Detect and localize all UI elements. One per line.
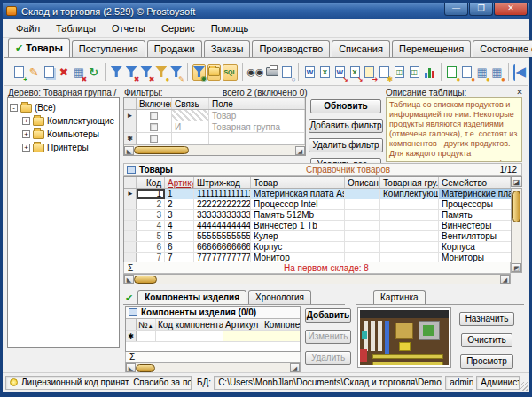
- chart-icon[interactable]: [423, 64, 436, 81]
- filter-link-cell[interactable]: [172, 133, 209, 144]
- expand-box-icon[interactable]: +: [22, 117, 30, 125]
- col-gruppa[interactable]: Товарная гру... ▲: [380, 177, 439, 188]
- filter-field-cell[interactable]: Товарная группа: [209, 121, 305, 132]
- edit-component-button[interactable]: Изменить: [305, 330, 351, 344]
- menu-file[interactable]: Файл: [8, 21, 48, 35]
- table-row[interactable]: 4 4 4444444444444 Винчестер 1 Tb Винчест…: [124, 221, 511, 231]
- tab-khronologiya[interactable]: Хронология: [248, 290, 311, 304]
- filter-col-field[interactable]: Поле: [209, 98, 305, 109]
- scroll-left-icon[interactable]: ◣: [126, 363, 136, 372]
- filter-quick-icon[interactable]: ●: [154, 64, 168, 81]
- expand-box-icon[interactable]: +: [22, 130, 30, 138]
- col-barcode[interactable]: Штрих-код: [194, 177, 251, 188]
- filter-link-cell[interactable]: И: [172, 121, 209, 132]
- components-new-row[interactable]: ✱: [126, 331, 300, 342]
- search-icon[interactable]: ◉◉: [247, 64, 264, 81]
- table-row[interactable]: 6 6 6666666666666 Корпус Корпуса: [124, 242, 511, 253]
- filter-view-toggle-icon[interactable]: ◉: [192, 64, 206, 81]
- print-preview-icon[interactable]: ○: [280, 64, 293, 81]
- column-picker-icon[interactable]: ◪: [511, 176, 522, 187]
- refresh-icon[interactable]: ↻: [87, 64, 100, 81]
- collapse-panel-icon[interactable]: ◀: [513, 64, 527, 81]
- col-num[interactable]: №▲: [137, 319, 156, 330]
- expand-box-icon[interactable]: +: [22, 144, 30, 152]
- export-template-icon[interactable]: ✱: [378, 64, 391, 81]
- filter-row[interactable]: ► Товар: [124, 110, 305, 121]
- tab-spisaniya[interactable]: Списания: [332, 40, 390, 57]
- export-excel-icon[interactable]: X: [318, 64, 332, 81]
- tab-proizvodstvo[interactable]: Производство: [252, 40, 330, 57]
- tab-zakazy[interactable]: Заказы: [204, 40, 251, 57]
- table-row[interactable]: 5 5 5555555555555 Кулер Вентиляторы: [124, 231, 511, 242]
- edit-record-icon[interactable]: ✎: [27, 64, 41, 81]
- description-close-icon[interactable]: ✕: [515, 88, 524, 97]
- close-button[interactable]: ✕: [494, 3, 528, 16]
- col-artikul[interactable]: Артикул: [223, 319, 262, 330]
- tab-komponenty-izdeliya[interactable]: Компоненты изделия: [137, 290, 246, 304]
- tree-node-printery[interactable]: + Принтеры: [10, 141, 117, 154]
- table-money-icon[interactable]: ▦●: [475, 64, 489, 81]
- view-picture-button[interactable]: Просмотр: [460, 354, 513, 369]
- filter-row[interactable]: И Товарная группа: [124, 121, 305, 133]
- tab-tovary[interactable]: ✔Товары: [8, 38, 70, 57]
- delete-record-icon[interactable]: ✖: [58, 64, 71, 81]
- add-record-icon[interactable]: +: [12, 64, 26, 81]
- scrollbar-thumb[interactable]: [134, 276, 157, 284]
- remove-component-button[interactable]: Удалить: [305, 351, 351, 365]
- filter-field-cell[interactable]: Товар: [209, 110, 305, 121]
- remove-filter-button[interactable]: Удалить фильтр: [309, 138, 383, 152]
- merge-word-icon[interactable]: W↘: [333, 64, 347, 81]
- tab-postupleniya[interactable]: Поступления: [72, 40, 145, 57]
- copy-record-icon[interactable]: [43, 64, 56, 81]
- refresh-button[interactable]: Обновить: [310, 99, 381, 113]
- tree-node-root[interactable]: - (Все): [10, 101, 117, 114]
- merge-excel-icon[interactable]: X↘: [348, 64, 362, 81]
- export-db-icon[interactable]: ◫: [408, 64, 421, 81]
- filter-col-enabled[interactable]: Включен: [137, 98, 172, 109]
- scrollbar-thumb[interactable]: [134, 146, 189, 154]
- scroll-right-icon[interactable]: ◢: [290, 363, 300, 372]
- export-word-icon[interactable]: W: [303, 64, 317, 81]
- col-opisanie[interactable]: Описание: [345, 177, 380, 188]
- calc-add-icon[interactable]: ●: [445, 64, 458, 81]
- export-html-icon[interactable]: ◫: [393, 64, 406, 81]
- menu-service[interactable]: Сервис: [153, 21, 203, 35]
- col-kod-komponenta[interactable]: Код компонента: [156, 319, 223, 330]
- products-vscrollbar[interactable]: ◩: [511, 188, 522, 273]
- filter-add-icon[interactable]: [110, 64, 123, 81]
- scroll-left-icon[interactable]: ◣: [124, 275, 134, 284]
- maximize-button[interactable]: ❒: [469, 3, 493, 16]
- filter-enabled-checkbox[interactable]: [150, 135, 158, 143]
- scroll-right-icon[interactable]: ◢: [500, 275, 510, 284]
- titlebar[interactable]: Склад и торговля (2.529) © Prostoysoft —…: [3, 3, 529, 19]
- tree-panel-toggle-icon[interactable]: [207, 64, 221, 81]
- table-money-all-icon[interactable]: ▦●: [490, 64, 504, 81]
- col-semeystvo[interactable]: Семейство: [439, 177, 511, 188]
- table-row[interactable]: 3 3 3333333333333 Память 512Mb Память: [124, 210, 511, 221]
- col-artikul[interactable]: Артикул: [165, 177, 194, 188]
- scroll-down-icon[interactable]: ◩: [512, 263, 521, 272]
- tab-peremeshcheniya[interactable]: Перемещения: [392, 40, 471, 57]
- scroll-left-icon[interactable]: ◣: [124, 146, 134, 155]
- tab-sostoyanie-skladov[interactable]: Состояние складов: [473, 40, 532, 57]
- menu-tables[interactable]: Таблицы: [48, 21, 104, 35]
- table-row[interactable]: 2 2 2222222222222 Процессор Intel Процес…: [124, 199, 511, 210]
- minimize-button[interactable]: —: [444, 3, 468, 16]
- filter-delete-all-icon[interactable]: ✖: [140, 64, 153, 81]
- filter-new-row[interactable]: ✱: [124, 133, 305, 144]
- tree-node-kompyutery[interactable]: + Компьютеры: [10, 128, 117, 141]
- add-filter-button[interactable]: Добавить фильтр: [309, 119, 383, 133]
- col-tovar[interactable]: Товар: [251, 177, 345, 188]
- filters-hscrollbar[interactable]: ◣ ◢: [124, 144, 305, 155]
- clear-picture-button[interactable]: Очистить: [461, 333, 512, 347]
- delete-table-rows-icon[interactable]: ▦✖: [72, 64, 85, 81]
- menu-reports[interactable]: Отчеты: [104, 21, 153, 35]
- assign-picture-button[interactable]: Назначить: [459, 312, 514, 326]
- tab-kartinka[interactable]: Картинка: [373, 290, 426, 304]
- filter-enabled-checkbox[interactable]: [150, 112, 158, 120]
- filter-edit-icon[interactable]: ✎: [169, 64, 183, 81]
- filter-field-cell[interactable]: [209, 133, 305, 144]
- scroll-right-icon[interactable]: ◢: [295, 146, 305, 155]
- resize-grip[interactable]: [520, 382, 528, 391]
- calc-time-icon[interactable]: ●: [460, 64, 473, 81]
